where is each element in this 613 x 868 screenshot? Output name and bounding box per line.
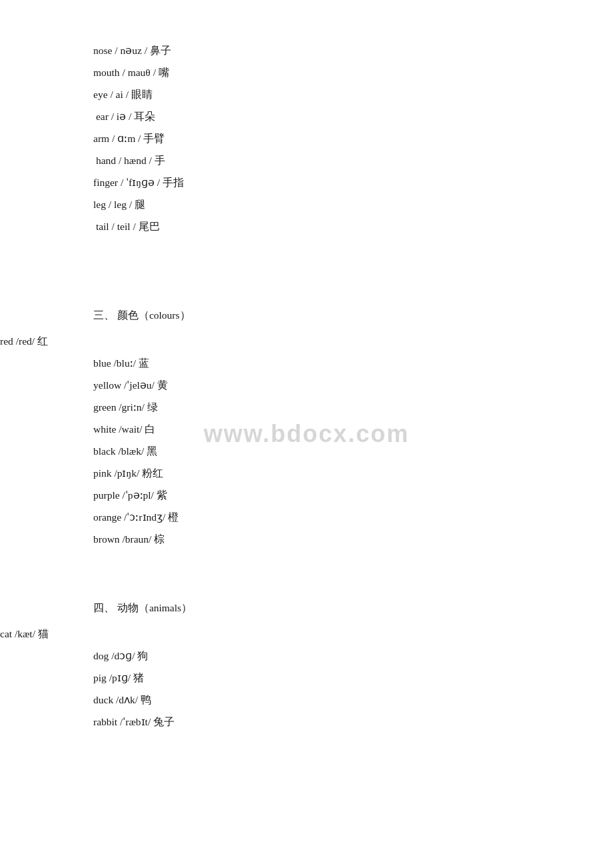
list-item: duck /dʌk/ 鸭 (93, 689, 613, 710)
list-item: leg / leg / 腿 (93, 194, 613, 215)
list-item: pig /pɪɡ/ 猪 (93, 667, 613, 688)
section4-header: 四、 动物（animals） (93, 597, 613, 618)
list-item: green /griːn/ 绿 (93, 397, 613, 417)
list-item: arm / ɑːm / 手臂 (93, 128, 613, 149)
list-item: hand / hænd / 手 (93, 150, 613, 171)
animals-section: 四、 动物（animals） cat /kæt/ 猫 dog /dɔɡ/ 狗 p… (93, 597, 613, 732)
list-item: orange /ˈɔːrɪndʒ/ 橙 (93, 507, 613, 527)
list-item: dog /dɔɡ/ 狗 (93, 645, 613, 666)
list-item: brown /braun/ 棕 (93, 529, 613, 549)
section3-header: 三、 颜色（colours） (93, 305, 613, 325)
list-item: cat /kæt/ 猫 (0, 623, 613, 644)
list-item: purple /ˈpəːpl/ 紫 (93, 485, 613, 505)
list-item: blue /bluː/ 蓝 (93, 353, 613, 373)
list-item: black /blæk/ 黑 (93, 441, 613, 461)
list-item: eye / ai / 眼睛 (93, 84, 613, 105)
list-item: nose / nəuz / 鼻子 (93, 40, 613, 61)
colours-section: 三、 颜色（colours） red /red/ 红 blue /bluː/ 蓝… (93, 305, 613, 549)
page-content: nose / nəuz / 鼻子 mouth / mauθ / 嘴 eye / … (0, 0, 613, 773)
list-item: mouth / mauθ / 嘴 (93, 62, 613, 83)
list-item: red /red/ 红 (0, 331, 613, 351)
list-item: ear / iə / 耳朵 (93, 106, 613, 127)
list-item: white /wait/ 白 (93, 419, 613, 439)
body-parts-section: nose / nəuz / 鼻子 mouth / mauθ / 嘴 eye / … (93, 40, 613, 237)
list-item: yellow /ˈjeləu/ 黄 (93, 375, 613, 395)
list-item: tail / teil / 尾巴 (93, 216, 613, 237)
list-item: finger / ˈfɪŋɡə / 手指 (93, 172, 613, 193)
list-item: rabbit /ˈræbɪt/ 兔子 (93, 711, 613, 732)
list-item: pink /pɪŋk/ 粉红 (93, 463, 613, 483)
